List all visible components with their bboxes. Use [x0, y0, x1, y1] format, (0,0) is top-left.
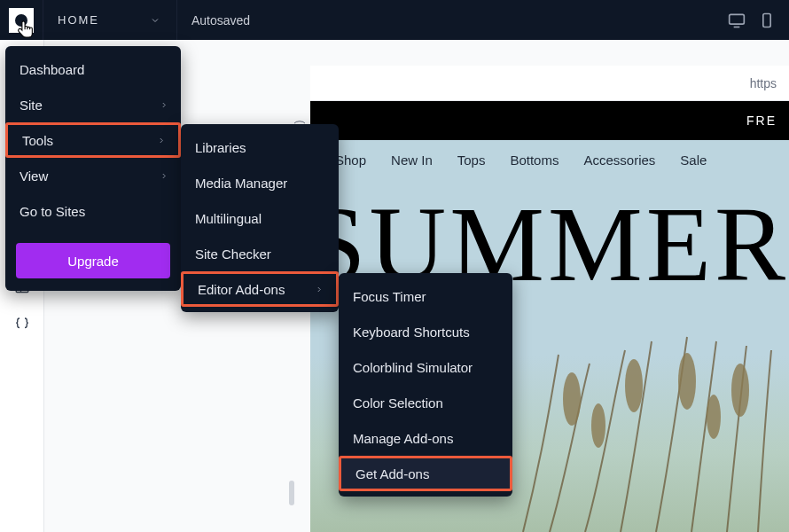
submenu-item-editor-addons[interactable]: Editor Add-ons: [181, 271, 339, 307]
addon-item-focus-timer[interactable]: Focus Timer: [339, 278, 512, 314]
upgrade-label: Upgrade: [67, 254, 119, 269]
menu-item-label: Site Checker: [195, 246, 271, 262]
desktop-icon[interactable]: [727, 11, 746, 30]
chevron-right-icon: [315, 282, 324, 297]
upgrade-button[interactable]: Upgrade: [16, 243, 170, 278]
nav-link[interactable]: Tops: [457, 153, 486, 168]
nav-link[interactable]: Sale: [680, 153, 707, 168]
home-dropdown[interactable]: HOME: [43, 0, 177, 40]
menu-item-label: Go to Sites: [20, 204, 85, 219]
menu-item-dashboard[interactable]: Dashboard: [5, 51, 181, 87]
url-bar: https: [310, 66, 789, 101]
submenu-item-site-checker[interactable]: Site Checker: [181, 236, 339, 271]
site-nav: Shop New In Tops Bottoms Accessories Sal…: [310, 140, 707, 179]
autosaved-status: Autosaved: [177, 13, 264, 27]
code-braces-icon[interactable]: [13, 315, 31, 332]
svg-point-10: [591, 403, 605, 448]
menu-item-label: Colorblind Simulator: [353, 360, 473, 375]
menu-item-label: Editor Add-ons: [198, 282, 285, 297]
menu-item-label: Keyboard Shortcuts: [353, 325, 470, 340]
banner-text: FRE: [746, 113, 777, 128]
menu-item-label: Get Add-ons: [355, 466, 429, 481]
nav-link[interactable]: Accessories: [583, 153, 655, 168]
promo-banner: FRE: [310, 101, 789, 140]
menu-item-label: Focus Timer: [353, 289, 426, 304]
hero-illustration: [488, 301, 789, 532]
menu-item-label: Multilingual: [195, 211, 262, 226]
menu-item-label: Libraries: [195, 140, 246, 155]
main-menu: Dashboard Site Tools View Go to Sites Up…: [5, 46, 181, 291]
menu-item-view[interactable]: View: [5, 158, 181, 193]
submenu-item-libraries[interactable]: Libraries: [181, 129, 339, 165]
svg-point-8: [678, 353, 696, 410]
cursor-hand-icon: [16, 20, 35, 43]
resize-handle[interactable]: [289, 481, 294, 505]
nav-link[interactable]: Bottoms: [510, 153, 559, 168]
menu-item-label: Manage Add-ons: [353, 431, 453, 446]
svg-point-11: [707, 395, 721, 439]
chevron-right-icon: [160, 98, 168, 113]
url-text: https: [750, 76, 777, 90]
menu-item-go-to-sites[interactable]: Go to Sites: [5, 193, 181, 229]
svg-point-9: [731, 364, 749, 417]
addons-submenu: Focus Timer Keyboard Shortcuts Colorblin…: [339, 273, 512, 497]
addon-item-keyboard-shortcuts[interactable]: Keyboard Shortcuts: [339, 314, 512, 349]
nav-link[interactable]: Shop: [335, 153, 366, 168]
addon-item-color-selection[interactable]: Color Selection: [339, 385, 512, 420]
menu-item-label: Tools: [22, 133, 53, 148]
addon-item-get-addons[interactable]: Get Add-ons: [339, 456, 512, 491]
menu-item-site[interactable]: Site: [5, 87, 181, 122]
menu-item-label: Dashboard: [20, 62, 84, 77]
device-switcher: [715, 0, 789, 40]
menu-item-label: View: [20, 168, 48, 184]
svg-rect-2: [763, 13, 770, 27]
svg-point-6: [563, 372, 581, 426]
home-label: HOME: [58, 13, 99, 27]
addon-item-manage-addons[interactable]: Manage Add-ons: [339, 420, 512, 456]
chevron-down-icon: [148, 13, 162, 27]
svg-rect-0: [730, 14, 745, 24]
top-bar: HOME Autosaved: [0, 0, 789, 40]
submenu-item-media-manager[interactable]: Media Manager: [181, 165, 339, 200]
menu-item-label: Color Selection: [353, 395, 443, 411]
svg-point-7: [625, 359, 643, 412]
nav-link[interactable]: New In: [391, 153, 433, 168]
submenu-item-multilingual[interactable]: Multilingual: [181, 200, 339, 236]
chevron-right-icon: [157, 133, 166, 148]
menu-item-label: Site: [20, 98, 43, 113]
menu-item-tools[interactable]: Tools: [5, 122, 181, 158]
mobile-icon[interactable]: [757, 11, 777, 30]
addon-item-colorblind-simulator[interactable]: Colorblind Simulator: [339, 349, 512, 385]
tools-submenu: Libraries Media Manager Multilingual Sit…: [181, 124, 339, 312]
menu-item-label: Media Manager: [195, 176, 287, 191]
chevron-right-icon: [160, 168, 168, 184]
